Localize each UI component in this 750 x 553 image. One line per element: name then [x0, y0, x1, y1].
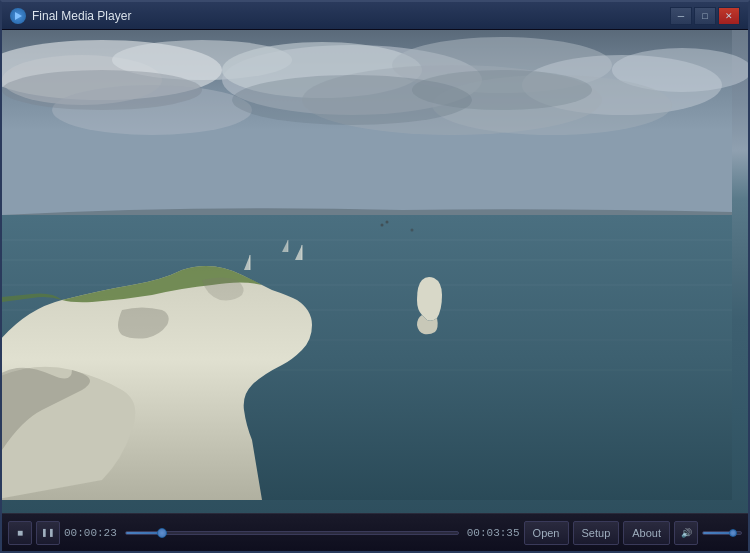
- open-button[interactable]: Open: [524, 521, 569, 545]
- volume-bar-container[interactable]: [702, 526, 742, 540]
- seek-thumb: [157, 528, 167, 538]
- svg-point-28: [411, 229, 414, 232]
- minimize-button[interactable]: ─: [670, 7, 692, 25]
- pause-icon: ❚❚: [41, 528, 55, 537]
- seek-bar-container[interactable]: [125, 526, 459, 540]
- volume-track[interactable]: [702, 531, 742, 535]
- svg-marker-0: [15, 12, 22, 20]
- control-bar: ■ ❚❚ 00:00:23 00:03:35 Open Setup About …: [2, 513, 748, 551]
- title-bar: Final Media Player ─ □ ✕: [2, 2, 748, 30]
- volume-icon: 🔊: [681, 528, 692, 538]
- svg-point-13: [2, 70, 202, 110]
- app-window: Final Media Player ─ □ ✕: [0, 0, 750, 553]
- maximize-button[interactable]: □: [694, 7, 716, 25]
- svg-point-15: [412, 70, 592, 110]
- video-area: [2, 30, 748, 513]
- setup-button[interactable]: Setup: [573, 521, 620, 545]
- video-scene-svg: [2, 30, 748, 513]
- window-title: Final Media Player: [32, 9, 670, 23]
- seek-track[interactable]: [125, 531, 459, 535]
- pause-button[interactable]: ❚❚: [36, 521, 60, 545]
- time-total: 00:03:35: [467, 527, 520, 539]
- svg-point-27: [386, 221, 389, 224]
- close-button[interactable]: ✕: [718, 7, 740, 25]
- time-current: 00:00:23: [64, 527, 117, 539]
- about-button[interactable]: About: [623, 521, 670, 545]
- video-scene: [2, 30, 748, 513]
- window-controls: ─ □ ✕: [670, 7, 740, 25]
- volume-thumb: [729, 529, 737, 537]
- volume-button[interactable]: 🔊: [674, 521, 698, 545]
- stop-icon: ■: [17, 527, 23, 538]
- stop-button[interactable]: ■: [8, 521, 32, 545]
- app-icon: [10, 8, 26, 24]
- svg-point-26: [381, 224, 384, 227]
